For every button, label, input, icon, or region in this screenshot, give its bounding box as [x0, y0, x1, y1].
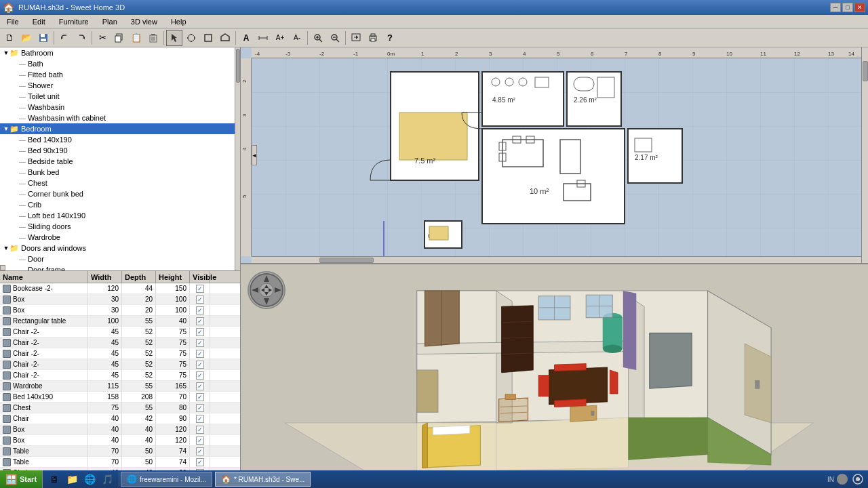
props-row[interactable]: Wardrobe11555165 — [0, 381, 240, 392]
3d-view[interactable] — [241, 264, 868, 470]
tree-item-bed140[interactable]: — Bed 140x190 — [0, 134, 240, 145]
start-button[interactable]: 🪟 Start — [0, 470, 43, 488]
save-button[interactable] — [35, 30, 52, 46]
props-cell-visible[interactable] — [190, 413, 210, 424]
props-cell-visible[interactable] — [190, 392, 210, 402]
tree-item-chest[interactable]: — Chest — [0, 178, 240, 188]
select-button[interactable] — [166, 30, 182, 46]
tree-item-bathroom[interactable]: ▼ 📁 Bathroom — [0, 47, 240, 58]
zoom-out-button[interactable] — [327, 30, 343, 46]
undo-button[interactable] — [56, 30, 73, 46]
taskbar-app-browser[interactable]: 🌐 freewaremini - Mozil... — [121, 472, 212, 487]
props-cell-visible[interactable] — [190, 381, 210, 391]
props-row[interactable]: Table705074 — [0, 457, 240, 468]
export-button[interactable] — [348, 30, 364, 46]
tree-item-loft140[interactable]: — Loft bed 140x190 — [0, 210, 240, 221]
taskbar-browser[interactable]: 🌐 — [82, 472, 97, 487]
props-cell-visible[interactable] — [190, 283, 210, 293]
maximize-button[interactable]: □ — [842, 3, 853, 12]
props-cell-visible[interactable] — [190, 424, 210, 434]
props-row[interactable]: Box3020100 — [0, 305, 240, 316]
properties-scroll[interactable]: Bookcase -2-12044150Box3020100Box3020100… — [0, 283, 240, 470]
expand-icon[interactable]: ▼ — [3, 49, 9, 56]
tree-item-door-frame[interactable]: — Door frame — [0, 264, 240, 270]
menu-furniture[interactable]: Furniture — [55, 16, 93, 27]
cut-button[interactable]: ✂ — [94, 30, 111, 46]
tree-item-bed90[interactable]: — Bed 90x190 — [0, 145, 240, 156]
menu-plan[interactable]: Plan — [98, 16, 121, 27]
menu-edit[interactable]: Edit — [28, 16, 50, 27]
props-row[interactable]: Box4040120 — [0, 424, 240, 435]
taskbar-explorer[interactable]: 📁 — [64, 472, 79, 487]
taskbar-media[interactable]: 🎵 — [100, 472, 115, 487]
tree-item-bedroom[interactable]: ▼ 📁 Bedroom — [0, 123, 240, 134]
redo-button[interactable] — [73, 30, 90, 46]
open-button[interactable]: 📂 — [18, 30, 35, 46]
font-decrease-button[interactable]: A- — [289, 30, 305, 46]
add-text-button[interactable]: A — [238, 30, 254, 46]
props-row[interactable]: Rectangular table1005540 — [0, 316, 240, 327]
tree-item-toilet[interactable]: — Toilet unit — [0, 91, 240, 102]
menu-file[interactable]: File — [3, 16, 23, 27]
props-row[interactable]: Chair -2-455275 — [0, 359, 240, 370]
minimize-button[interactable]: ─ — [830, 3, 841, 12]
props-row[interactable]: Chair -2-455275 — [0, 348, 240, 359]
collapse-left-arrow[interactable]: ◄ — [252, 145, 257, 165]
props-cell-visible[interactable] — [190, 327, 210, 337]
zoom-in-button[interactable] — [310, 30, 326, 46]
tree-item-bedside[interactable]: — Bedside table — [0, 156, 240, 167]
delete-button[interactable] — [145, 30, 161, 46]
props-cell-visible[interactable] — [190, 316, 210, 326]
props-row[interactable]: Bed 140x19015820870 — [0, 392, 240, 403]
floorplan-view[interactable]: -4 -3 -2 -1 0m 1 2 3 4 5 6 7 8 9 10 11 1 — [241, 47, 868, 264]
close-button[interactable]: ✕ — [854, 3, 865, 12]
tree-item-shower[interactable]: — Shower — [0, 80, 240, 91]
menu-help[interactable]: Help — [167, 16, 191, 27]
props-row[interactable]: Chair -2-455275 — [0, 370, 240, 381]
taskbar-clock[interactable] — [837, 474, 848, 485]
tree-item-door[interactable]: — Door — [0, 253, 240, 264]
props-cell-visible[interactable] — [190, 294, 210, 304]
menu-3dview[interactable]: 3D view — [127, 16, 161, 27]
expand-icon-bedroom[interactable]: ▼ — [3, 125, 9, 132]
print-button[interactable] — [365, 30, 381, 46]
font-increase-button[interactable]: A+ — [272, 30, 288, 46]
props-cell-visible[interactable] — [190, 370, 210, 380]
taskbar-screencap[interactable] — [850, 472, 865, 487]
props-row[interactable]: Box3020100 — [0, 294, 240, 305]
tree-item-wardrobe[interactable]: — Wardrobe — [0, 232, 240, 243]
pan-button[interactable] — [183, 30, 199, 46]
props-cell-visible[interactable] — [190, 435, 210, 445]
props-cell-visible[interactable] — [190, 348, 210, 359]
props-cell-visible[interactable] — [190, 403, 210, 413]
props-row[interactable]: Chair -2-455275 — [0, 327, 240, 338]
tree-item-washbasin-cab[interactable]: — Washbasin with cabinet — [0, 113, 240, 123]
props-row[interactable]: Box4040120 — [0, 435, 240, 446]
props-cell-visible[interactable] — [190, 457, 210, 467]
tree-item-bunkbed[interactable]: — Bunk bed — [0, 167, 240, 178]
props-row[interactable]: Chest755580 — [0, 403, 240, 413]
props-row[interactable]: Table705074 — [0, 446, 240, 457]
copy-button[interactable] — [111, 30, 127, 46]
taskbar-show-desktop[interactable]: 🖥 — [47, 472, 62, 487]
help-button[interactable]: ? — [382, 30, 398, 46]
tree-item-fitted-bath[interactable]: — Fitted bath — [0, 69, 240, 80]
add-dimension-button[interactable] — [255, 30, 271, 46]
expand-icon-doors[interactable]: ▼ — [3, 245, 9, 251]
tree-item-sliding[interactable]: — Sliding doors — [0, 221, 240, 232]
tree-item-corner-bunk[interactable]: — Corner bunk bed — [0, 188, 240, 199]
tree-item-washbasin[interactable]: — Washbasin — [0, 102, 240, 113]
tree-item-doors[interactable]: ▼ 📁 Doors and windows — [0, 243, 240, 253]
props-row[interactable]: Chair404290 — [0, 413, 240, 424]
paste-button[interactable]: 📋 — [128, 30, 144, 46]
create-room-button[interactable] — [217, 30, 233, 46]
create-wall-button[interactable] — [200, 30, 216, 46]
taskbar-app-sweethome[interactable]: 🏠 * RUMAH.sh3d - Swe... — [215, 472, 311, 487]
props-row[interactable]: Chair -2-455275 — [0, 338, 240, 348]
props-cell-visible[interactable] — [190, 446, 210, 456]
new-button[interactable]: 🗋 — [1, 30, 18, 46]
props-cell-visible[interactable] — [190, 305, 210, 315]
tree-item-bath[interactable]: — Bath — [0, 58, 240, 69]
props-row[interactable]: Bookcase -2-12044150 — [0, 283, 240, 294]
tree-item-crib[interactable]: — Crib — [0, 199, 240, 210]
